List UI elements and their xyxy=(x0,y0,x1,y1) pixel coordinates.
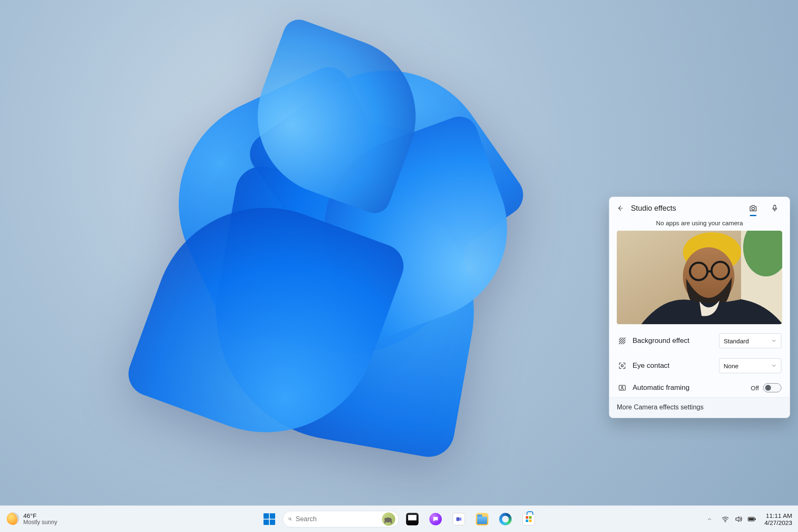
weather-condition: Mostly sunny xyxy=(23,519,57,525)
chevron-up-icon xyxy=(705,515,714,523)
store-button[interactable] xyxy=(519,509,539,529)
chat-button[interactable] xyxy=(426,509,446,529)
search-input[interactable] xyxy=(296,515,379,523)
start-button[interactable] xyxy=(259,509,279,529)
panel-title: Studio effects xyxy=(631,204,740,213)
teams-icon xyxy=(453,513,465,525)
svg-point-18 xyxy=(725,522,726,522)
back-button[interactable] xyxy=(614,202,626,214)
automatic-framing-label: Automatic framing xyxy=(633,384,745,392)
folder-icon xyxy=(476,513,488,525)
eye-contact-icon xyxy=(618,362,627,370)
tray-overflow-button[interactable] xyxy=(702,510,717,528)
svg-point-14 xyxy=(384,518,387,520)
svg-rect-17 xyxy=(456,517,460,521)
store-icon xyxy=(522,513,535,525)
weather-icon xyxy=(7,512,19,525)
background-effect-icon xyxy=(618,337,627,345)
svg-rect-15 xyxy=(384,521,386,523)
background-effect-label: Background effect xyxy=(633,337,713,345)
automatic-framing-state: Off xyxy=(751,384,759,392)
teams-button[interactable] xyxy=(449,509,469,529)
search-highlight-icon xyxy=(382,512,395,526)
wallpaper-bloom xyxy=(108,12,574,478)
svg-point-11 xyxy=(621,387,623,388)
svg-point-12 xyxy=(289,518,291,520)
eye-contact-label: Eye contact xyxy=(633,362,713,370)
camera-tab[interactable] xyxy=(745,201,761,215)
taskbar-date: 4/27/2023 xyxy=(764,519,792,526)
edge-icon xyxy=(499,513,512,525)
svg-point-9 xyxy=(621,365,623,367)
automatic-framing-toggle[interactable] xyxy=(763,383,781,392)
taskbar-search[interactable] xyxy=(283,511,399,527)
background-effect-value: Standard xyxy=(724,337,749,345)
file-explorer-button[interactable] xyxy=(472,509,492,529)
eye-contact-select[interactable]: None xyxy=(719,358,781,373)
svg-point-0 xyxy=(752,207,754,210)
battery-icon xyxy=(748,515,756,523)
eye-contact-value: None xyxy=(724,362,739,369)
svg-rect-21 xyxy=(755,518,756,520)
background-effect-select[interactable]: Standard xyxy=(719,333,781,348)
quick-settings-button[interactable] xyxy=(718,510,759,528)
weather-widget[interactable]: 46°F Mostly sunny xyxy=(0,512,57,526)
task-view-button[interactable] xyxy=(402,509,422,529)
windows-logo-icon xyxy=(264,513,275,525)
edge-button[interactable] xyxy=(495,509,515,529)
camera-status-text: No apps are using your camera xyxy=(609,217,790,231)
task-view-icon xyxy=(406,513,419,525)
clock-button[interactable]: 11:11 AM 4/27/2023 xyxy=(760,512,796,527)
volume-icon xyxy=(734,515,743,523)
microphone-tab[interactable] xyxy=(766,201,783,215)
svg-rect-1 xyxy=(774,205,776,209)
more-camera-settings-link[interactable]: More Camera effects settings xyxy=(609,397,790,418)
chat-bubble-icon xyxy=(429,513,442,525)
taskbar-time: 11:11 AM xyxy=(766,512,792,519)
svg-rect-20 xyxy=(749,518,754,520)
desktop-wallpaper[interactable]: Studio effects No apps are using your ca… xyxy=(0,0,798,505)
camera-preview xyxy=(617,231,782,324)
studio-effects-panel: Studio effects No apps are using your ca… xyxy=(609,197,790,418)
weather-temp: 46°F xyxy=(23,512,57,520)
automatic-framing-icon xyxy=(618,384,627,392)
svg-rect-16 xyxy=(391,521,392,523)
taskbar: 46°F Mostly sunny 11:1 xyxy=(0,505,798,532)
wifi-icon xyxy=(721,515,729,523)
